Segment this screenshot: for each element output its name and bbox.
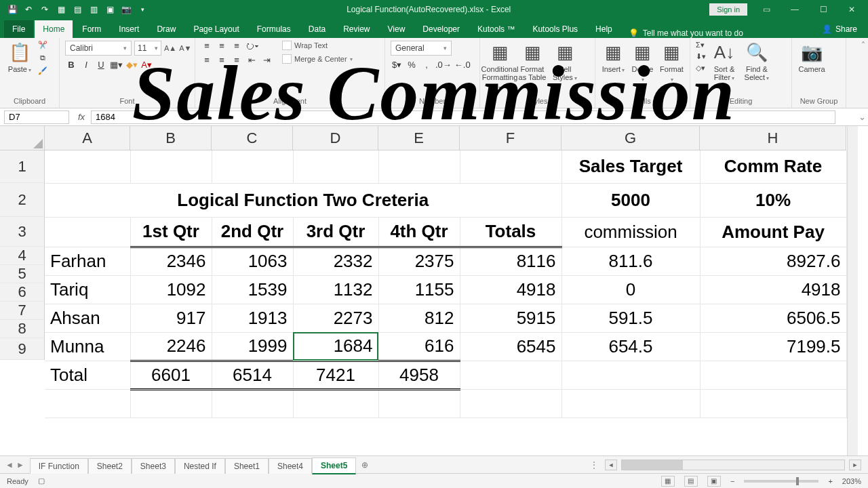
cell-active[interactable]: 1684 <box>293 332 378 361</box>
tab-data[interactable]: Data <box>300 20 334 38</box>
insert-cells-button[interactable]: ▦Insert <box>601 41 626 75</box>
align-center-icon[interactable]: ≡ <box>216 55 228 65</box>
camera-button[interactable]: 📷Camera <box>797 41 826 73</box>
col-header[interactable]: C <box>212 126 293 150</box>
align-bottom-icon[interactable]: ≡ <box>231 41 243 51</box>
cell[interactable]: 591.5 <box>561 304 700 332</box>
tab-formulas[interactable]: Formulas <box>249 20 299 38</box>
col-header[interactable]: G <box>561 126 700 150</box>
cell[interactable]: 1155 <box>378 275 460 304</box>
cell[interactable] <box>212 150 293 183</box>
qat-icon[interactable]: ▦ <box>56 4 66 15</box>
sheet-tab-active[interactable]: Sheet5 <box>312 458 356 474</box>
align-top-icon[interactable]: ≡ <box>201 41 213 51</box>
cell[interactable]: 1063 <box>212 247 293 275</box>
sheet-tab[interactable]: Sheet3 <box>132 458 175 474</box>
expand-formula-icon[interactable]: ⌄ <box>856 112 868 122</box>
qat-icon[interactable]: ▥ <box>88 4 99 15</box>
underline-icon[interactable]: U <box>95 60 107 70</box>
cell[interactable]: Total <box>45 361 130 389</box>
cell[interactable]: 2346 <box>130 247 212 275</box>
font-name-select[interactable]: Calibri▾ <box>65 41 132 56</box>
format-painter-icon[interactable]: 🖌️ <box>38 66 47 75</box>
cell[interactable]: Comm Rate <box>700 150 846 183</box>
page-layout-icon[interactable]: ▤ <box>684 476 698 487</box>
scroll-right-icon[interactable]: ► <box>849 460 861 470</box>
cell[interactable]: Totals <box>460 217 561 247</box>
cell-styles-button[interactable]: ▦Cell Styles <box>551 41 579 83</box>
cell-grid[interactable]: Sales Target Comm Rate Logical Function … <box>45 150 847 418</box>
cell[interactable]: 4th Qtr <box>378 217 460 247</box>
cell[interactable] <box>130 150 212 183</box>
italic-icon[interactable]: I <box>80 60 92 70</box>
qat-more-icon[interactable]: ▾ <box>137 4 148 15</box>
macro-record-icon[interactable]: ▢ <box>38 476 45 485</box>
fill-color-icon[interactable]: ◆▾ <box>125 60 138 70</box>
clear-icon[interactable]: ◇▾ <box>696 64 705 73</box>
camera-icon[interactable]: 📷 <box>121 4 132 15</box>
cell[interactable]: 6506.5 <box>700 304 846 332</box>
col-header[interactable]: H <box>700 126 846 150</box>
bold-icon[interactable]: B <box>65 60 77 70</box>
tab-home[interactable]: Home <box>35 20 73 38</box>
shrink-font-icon[interactable]: A▼ <box>179 44 191 52</box>
signin-button[interactable]: Sign in <box>709 3 747 16</box>
cell[interactable]: Farhan <box>45 247 130 275</box>
cell[interactable]: 1132 <box>293 275 378 304</box>
tab-help[interactable]: Help <box>587 20 620 38</box>
tell-me[interactable]: 💡Tell me what you want to do <box>629 28 743 38</box>
tab-developer[interactable]: Developer <box>414 20 468 38</box>
normal-view-icon[interactable]: ▦ <box>661 476 675 487</box>
cell[interactable]: 7421 <box>293 361 378 389</box>
border-icon[interactable]: ▦▾ <box>110 60 123 70</box>
scroll-thumb[interactable] <box>622 460 683 470</box>
share-button[interactable]: 👤Share <box>815 20 864 38</box>
cell[interactable]: 1913 <box>212 304 293 332</box>
sheet-tab[interactable]: Nested If <box>175 458 225 474</box>
font-color-icon[interactable]: A▾ <box>140 60 153 70</box>
col-header[interactable]: F <box>460 126 561 150</box>
cell[interactable] <box>378 389 460 418</box>
cell[interactable]: 2332 <box>293 247 378 275</box>
sheet-nav-next-icon[interactable]: ► <box>16 460 24 470</box>
percent-icon[interactable]: % <box>406 60 418 70</box>
cell[interactable] <box>293 389 378 418</box>
cell[interactable] <box>700 389 846 418</box>
decrease-decimal-icon[interactable]: ←.0 <box>454 60 471 70</box>
cell[interactable]: Tariq <box>45 275 130 304</box>
cell[interactable]: 4918 <box>460 275 561 304</box>
copy-icon[interactable]: ⧉ <box>40 54 45 62</box>
sheet-tab[interactable]: IF Function <box>30 458 88 474</box>
tab-page-layout[interactable]: Page Layout <box>185 20 247 38</box>
cell[interactable]: 4958 <box>378 361 460 389</box>
cell[interactable]: 8927.6 <box>700 247 846 275</box>
wrap-text-button[interactable]: Wrap Text <box>282 41 353 50</box>
cell[interactable]: 0 <box>561 275 700 304</box>
row-header[interactable]: 3 <box>0 217 45 247</box>
cell[interactable]: Sales Target <box>561 150 700 183</box>
undo-icon[interactable]: ↶ <box>23 4 34 15</box>
row-header[interactable]: 8 <box>0 320 45 338</box>
cell[interactable]: 2375 <box>378 247 460 275</box>
tab-view[interactable]: View <box>380 20 414 38</box>
row-header[interactable]: 9 <box>0 338 45 360</box>
align-left-icon[interactable]: ≡ <box>201 55 213 65</box>
close-icon[interactable]: ✕ <box>842 5 861 14</box>
ribbon-options-icon[interactable]: ▭ <box>757 5 776 14</box>
tab-insert[interactable]: Insert <box>111 20 147 38</box>
cell[interactable]: 812 <box>378 304 460 332</box>
fill-icon[interactable]: ⬇▾ <box>696 52 706 61</box>
fx-icon[interactable]: fx <box>72 112 91 122</box>
row-header[interactable]: 5 <box>0 265 45 283</box>
tab-kutools[interactable]: Kutools ™ <box>469 20 523 38</box>
cell[interactable] <box>45 389 130 418</box>
row-header[interactable]: 2 <box>0 183 45 217</box>
row-header[interactable]: 4 <box>0 247 45 265</box>
autosum-icon[interactable]: Σ▾ <box>696 41 705 49</box>
comma-icon[interactable]: , <box>420 60 433 70</box>
cell[interactable]: 6545 <box>460 332 561 361</box>
grow-font-icon[interactable]: A▲ <box>164 44 176 52</box>
qat-icon[interactable]: ▣ <box>104 4 115 15</box>
tab-review[interactable]: Review <box>335 20 378 38</box>
cell[interactable]: 654.5 <box>561 332 700 361</box>
